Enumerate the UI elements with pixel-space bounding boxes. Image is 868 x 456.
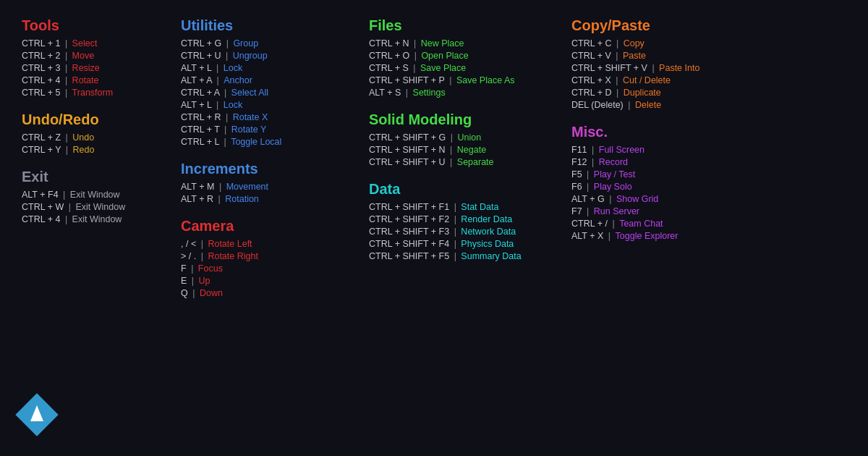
shortcut-row: CTRL + SHIFT + F5 | Summary Data xyxy=(369,251,557,261)
shortcut-row: CTRL + N | New Place xyxy=(369,38,557,48)
shortcut-row: ALT + M | Movement xyxy=(181,182,354,192)
logo-icon xyxy=(14,392,65,443)
shortcut-row: F5 | Play / Test xyxy=(571,169,760,180)
shortcut-row: CTRL + 5 | Transform xyxy=(22,88,166,98)
shortcut-row: CTRL + 1 | Select xyxy=(22,38,166,48)
utilities-section: Utilities CTRL + G | Group CTRL + U | Un… xyxy=(174,13,362,443)
shortcut-row: ALT + A | Anchor xyxy=(181,75,354,85)
shortcut-row: CTRL + A | Select All xyxy=(181,88,354,98)
shortcut-row: CTRL + SHIFT + G | Union xyxy=(369,132,557,143)
shortcut-row: CTRL + X | Cut / Delete xyxy=(571,75,760,85)
shortcut-row: CTRL + SHIFT + U | Separate xyxy=(369,157,557,167)
solid-modeling-title: Solid Modeling xyxy=(369,111,557,128)
shortcut-row: CTRL + SHIFT + F3 | Network Data xyxy=(369,227,557,237)
shortcut-row: CTRL + L | Toggle Local xyxy=(181,137,354,147)
shortcut-row: CTRL + Z | Undo xyxy=(22,132,166,143)
shortcut-row: F11 | Full Screen xyxy=(571,145,760,155)
shortcut-row: CTRL + 4 | Exit Window xyxy=(22,214,166,224)
shortcut-row: CTRL + T | Rotate Y xyxy=(181,124,354,135)
shortcut-row: CTRL + U | Ungroup xyxy=(181,51,354,61)
shortcut-row: CTRL + / | Team Chat xyxy=(571,219,760,229)
shortcut-row: CTRL + Y | Redo xyxy=(22,145,166,155)
main-container: Tools CTRL + 1 | Select CTRL + 2 | Move … xyxy=(0,0,868,456)
shortcut-row: CTRL + SHIFT + F1 | Stat Data xyxy=(369,202,557,212)
files-section: Files CTRL + N | New Place CTRL + O | Op… xyxy=(362,13,564,443)
shortcut-row: CTRL + 3 | Resize xyxy=(22,63,166,73)
shortcut-row: ALT + R | Rotation xyxy=(181,194,354,204)
shortcut-row: F6 | Play Solo xyxy=(571,182,760,192)
exit-title: Exit xyxy=(22,169,166,185)
shortcut-row: ALT + F4 | Exit Window xyxy=(22,190,166,200)
tools-title: Tools xyxy=(22,17,166,34)
files-title: Files xyxy=(369,17,557,34)
shortcut-row: CTRL + R | Rotate X xyxy=(181,112,354,122)
shortcut-row: CTRL + SHIFT + F2 | Render Data xyxy=(369,214,557,224)
shortcut-row: Q | Down xyxy=(181,288,354,298)
shortcut-row: ALT + L | Lock xyxy=(181,63,354,73)
shortcut-row: CTRL + SHIFT + F4 | Physics Data xyxy=(369,239,557,249)
data-title: Data xyxy=(369,181,557,198)
shortcut-row: CTRL + O | Open Place xyxy=(369,51,557,61)
shortcut-row: ALT + S | Settings xyxy=(369,88,557,98)
shortcut-row: E | Up xyxy=(181,276,354,286)
shortcut-row: CTRL + 2 | Move xyxy=(22,51,166,61)
shortcut-row: > / . | Rotate Right xyxy=(181,251,354,261)
utilities-title: Utilities xyxy=(181,17,354,34)
undo-redo-title: Undo/Redo xyxy=(22,111,166,128)
shortcut-row: CTRL + SHIFT + V | Paste Into xyxy=(571,63,760,73)
tools-section: Tools CTRL + 1 | Select CTRL + 2 | Move … xyxy=(14,13,174,443)
shortcut-row: CTRL + C | Copy xyxy=(571,38,760,48)
shortcut-row: F12 | Record xyxy=(571,157,760,167)
shortcut-row: CTRL + G | Group xyxy=(181,38,354,48)
shortcut-row: F | Focus xyxy=(181,263,354,274)
shortcut-row: CTRL + SHIFT + N | Negate xyxy=(369,145,557,155)
increments-title: Increments xyxy=(181,161,354,177)
shortcut-row: ALT + X | Toggle Explorer xyxy=(571,231,760,241)
shortcut-row: CTRL + V | Paste xyxy=(571,51,760,61)
shortcut-row: DEL (Delete) | Delete xyxy=(571,100,760,110)
shortcut-row: , / < | Rotate Left xyxy=(181,239,354,249)
copy-paste-title: Copy/Paste xyxy=(571,17,760,34)
shortcut-row: ALT + L | Lock xyxy=(181,100,354,110)
copy-paste-section: Copy/Paste CTRL + C | Copy CTRL + V | Pa… xyxy=(564,13,767,443)
shortcut-row: CTRL + S | Save Place xyxy=(369,63,557,73)
misc-title: Misc. xyxy=(571,124,760,140)
shortcut-row: CTRL + D | Duplicate xyxy=(571,88,760,98)
shortcut-row: ALT + G | Show Grid xyxy=(571,194,760,204)
shortcut-row: CTRL + 4 | Rotate xyxy=(22,75,166,85)
logo-area xyxy=(14,392,72,443)
shortcut-row: F7 | Run Server xyxy=(571,206,760,216)
shortcut-row: CTRL + W | Exit Window xyxy=(22,202,166,212)
camera-title: Camera xyxy=(181,218,354,235)
shortcut-row: CTRL + SHIFT + P | Save Place As xyxy=(369,75,557,85)
